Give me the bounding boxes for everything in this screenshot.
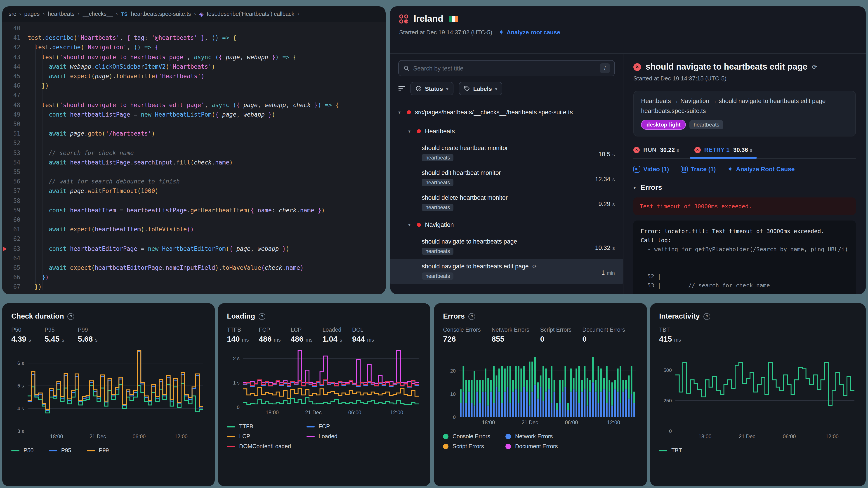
breadcrumb-segment[interactable]: heartbeats [48, 11, 74, 17]
svg-text:21 Dec: 21 Dec [90, 433, 106, 440]
test-row[interactable]: should edit heartbeat monitorheartbeats1… [398, 165, 615, 190]
env-tag[interactable]: desktop-light [641, 120, 686, 130]
failed-status-icon: ✕ [633, 63, 641, 71]
code-line[interactable]: 40 [2, 24, 385, 33]
label-tag[interactable]: heartbeats [690, 120, 723, 129]
attempt-tabs: ✕ RUN 30.22 s ✕ RETRY 1 30.36 s [633, 147, 856, 159]
card-title: Errors [443, 312, 465, 320]
code-line[interactable]: 59 const heartbeatItem = heartbeatListPa… [2, 205, 385, 215]
code-line[interactable]: 66 }) [2, 273, 385, 282]
code-line[interactable]: 55 [2, 167, 385, 177]
code-line[interactable]: 41test.describe('Heartbeats', { tag: '@h… [2, 33, 385, 42]
help-icon[interactable]: ? [68, 313, 74, 320]
code-line[interactable]: 65 await expect(heartbeatEditorPage.name… [2, 263, 385, 272]
test-row[interactable]: should create heartbeat monitorheartbeat… [398, 140, 615, 165]
error-log-box[interactable]: Error: locator.fill: Test timeout of 300… [633, 221, 856, 294]
stat-p50: P504.39 s [11, 327, 31, 344]
code-line[interactable]: 49 const heartbeatListPage = new Heartbe… [2, 110, 385, 119]
code-line[interactable]: 50 [2, 119, 385, 129]
retry-icon[interactable]: ⟳ [812, 63, 817, 70]
help-icon[interactable]: ? [468, 313, 475, 320]
code-line[interactable]: 46 }) [2, 81, 385, 90]
code-line[interactable]: 58 [2, 196, 385, 205]
card-stats: Console Errors726Network Errors855Script… [443, 327, 638, 344]
code-line[interactable]: 47 [2, 91, 385, 100]
code-line[interactable]: 67 }) [2, 282, 385, 292]
tag-chip: heartbeats [422, 179, 454, 186]
svg-text:10: 10 [450, 391, 456, 397]
errors-section-header[interactable]: ▾ Errors [633, 184, 856, 192]
breadcrumb-segment[interactable]: pages [24, 11, 39, 17]
chevron-right-icon: › [298, 11, 299, 17]
stat-tbt: TBT415 ms [659, 327, 681, 344]
breadcrumb-segment[interactable]: test.describe('Heartbeats') callback [207, 11, 294, 17]
legend-item: FCP [306, 423, 337, 430]
labels-filter-button[interactable]: Labels ▾ [459, 82, 502, 95]
card-title: Loading [227, 312, 255, 320]
tab-run[interactable]: ✕ RUN 30.22 s [633, 147, 679, 158]
tree-file-row[interactable]: ▾src/pages/heartbeats/__checks__/heartbe… [398, 103, 615, 122]
chart-legend: P50P95P99 [11, 447, 109, 454]
svg-text:21 Dec: 21 Dec [739, 433, 755, 440]
status-filter-button[interactable]: Status ▾ [410, 82, 454, 95]
legend-swatch [443, 434, 448, 439]
legend-swatch [306, 436, 314, 437]
legend-item: Loaded [306, 433, 337, 440]
tree-group-row[interactable]: ▾Heartbeats [398, 122, 615, 140]
code-line[interactable]: 57 await page.waitForTimeout(1000) [2, 186, 385, 196]
test-duration: 1 min [601, 263, 615, 280]
stat-fcp: FCP486 ms [259, 327, 281, 344]
analyze-root-cause-link[interactable]: ✦ Analyze root cause [499, 29, 560, 36]
svg-text:500: 500 [663, 367, 672, 373]
video-link[interactable]: ▶ Video (1) [633, 166, 669, 172]
stat-lcp: LCP486 ms [291, 327, 313, 344]
retry-icon: ⟳ [532, 263, 537, 269]
interactivity-card: Interactivity? TBT415 ms 025050018:0021 … [650, 303, 866, 486]
code-line[interactable]: 61 await expect(heartbeatItem).toBeVisib… [2, 225, 385, 234]
analyze-root-cause-button[interactable]: ✦ Analyze Root Cause [727, 165, 795, 173]
code-line[interactable]: 43 test('should navigate to heartbeats p… [2, 52, 385, 62]
code-line[interactable]: 63 const heartbeatEditorPage = new Heart… [2, 244, 385, 253]
chevron-down-icon: ▾ [408, 222, 413, 227]
tab-retry-1[interactable]: ✕ RETRY 1 30.36 s [694, 147, 752, 158]
test-row[interactable]: should navigate to heartbeats pageheartb… [398, 234, 615, 259]
chevron-down-icon: ▾ [633, 185, 636, 191]
status-dot [417, 223, 421, 227]
breadcrumb-segment[interactable]: __checks__ [83, 11, 113, 17]
code-area[interactable]: 4041test.describe('Heartbeats', { tag: '… [2, 22, 385, 294]
code-line[interactable]: 52 [2, 138, 385, 148]
test-row[interactable]: should navigate to heartbeats edit page⟳… [390, 259, 623, 284]
code-line[interactable]: 64 [2, 254, 385, 263]
cube-icon: ◈ [199, 11, 204, 18]
code-line[interactable]: 51 await page.goto('/heartbeats') [2, 129, 385, 138]
code-line[interactable]: 44 await webapp.clickOnSidebarItemV2('He… [2, 62, 385, 71]
code-line[interactable]: 42 test.describe('Navigation', () => { [2, 43, 385, 52]
test-detail-column: ✕ should navigate to heartbeats edit pag… [623, 54, 866, 294]
code-line[interactable]: 48 test('should navigate to heartbeats e… [2, 100, 385, 109]
breadcrumb-segment[interactable]: heartbeats.spec-suite.ts [131, 11, 191, 17]
code-line[interactable]: 56 // wait for search debounce to finish [2, 177, 385, 186]
svg-text:0: 0 [453, 414, 456, 420]
breadcrumb[interactable]: src›pages›heartbeats›__checks__›TSheartb… [2, 6, 385, 22]
video-icon: ▶ [633, 166, 640, 172]
code-line[interactable]: 45 await expect(page).toHaveTitle('Heart… [2, 71, 385, 81]
help-icon[interactable]: ? [258, 313, 266, 320]
svg-text:6 s: 6 s [18, 360, 24, 366]
code-line[interactable]: 60 [2, 215, 385, 225]
search-input[interactable]: Search by test title / [398, 60, 615, 76]
help-icon[interactable]: ? [704, 313, 710, 320]
tree-group-row[interactable]: ▾Navigation [398, 215, 615, 234]
svg-text:18:00: 18:00 [699, 433, 712, 440]
breadcrumb-segment[interactable]: src [8, 11, 16, 17]
code-line[interactable]: 53 // search for check name [2, 148, 385, 158]
test-results-panel: Ireland Started at Dec 19 14:37:02 (UTC-… [390, 6, 866, 294]
trace-link[interactable]: Trace (1) [681, 166, 716, 172]
legend-swatch [443, 444, 448, 449]
test-row[interactable]: should delete heartbeat monitorheartbeat… [398, 190, 615, 215]
code-line[interactable]: 62 [2, 234, 385, 244]
code-line[interactable]: 54 await heartbeatListPage.searchInput.f… [2, 158, 385, 167]
stat-document-errors: Document Errors0 [582, 327, 625, 344]
legend-item: TTFB [227, 423, 291, 430]
filter-icon[interactable] [398, 86, 405, 92]
tag-chip: heartbeats [422, 154, 454, 161]
